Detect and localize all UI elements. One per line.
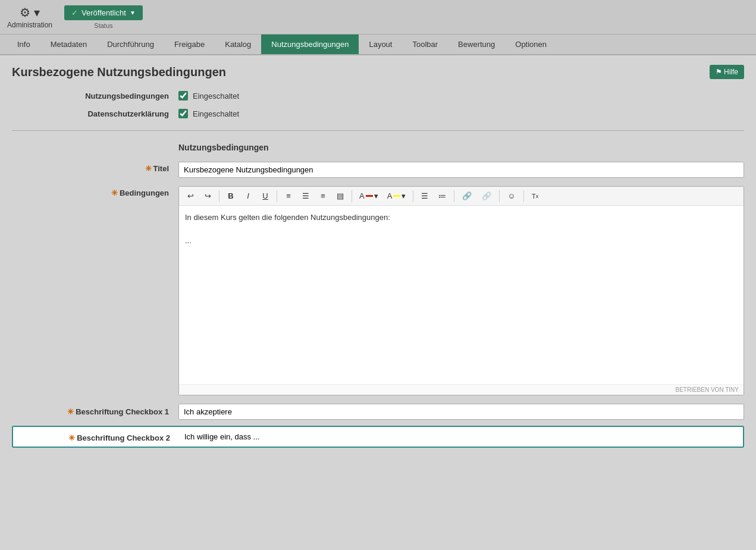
status-section: ✓ Veröffentlicht ▼ Status xyxy=(64,5,143,29)
datenschutz-checkbox-row: Eingeschaltet xyxy=(178,109,239,118)
datenschutz-checkbox-label: Eingeschaltet xyxy=(193,109,239,118)
editor-wrapper: ↩ ↪ B I U ≡ ☰ ≡ ▤ A ▾ xyxy=(178,186,744,395)
font-color-button[interactable]: A ▾ xyxy=(356,189,382,203)
section-divider xyxy=(12,130,744,131)
status-checkmark: ✓ xyxy=(71,8,78,17)
tab-freigabe[interactable]: Freigabe xyxy=(164,34,215,54)
emoji-button[interactable]: ☺ xyxy=(503,189,519,203)
main-content: Kursbezogene Nutzungsbedingungen ⚑ Hilfe… xyxy=(0,55,756,463)
editor-content[interactable]: In diesem Kurs gelten die folgenden Nutz… xyxy=(179,206,744,384)
nutzungsbedingungen-checkbox-row: Eingeschaltet xyxy=(178,91,239,100)
required-star-cb1: ✳ xyxy=(67,407,74,416)
align-right-button[interactable]: ≡ xyxy=(315,189,331,203)
editor-line1: In diesem Kurs gelten die folgenden Nutz… xyxy=(185,212,738,224)
underline-button[interactable]: U xyxy=(258,189,273,203)
toolbar-sep-3 xyxy=(352,190,352,202)
toolbar-sep-6 xyxy=(499,190,500,202)
tab-bewertung[interactable]: Bewertung xyxy=(448,34,505,54)
undo-button[interactable]: ↩ xyxy=(183,189,198,203)
checkbox2-input[interactable] xyxy=(180,430,743,443)
tab-katalog[interactable]: Katalog xyxy=(215,34,261,54)
font-color-swatch xyxy=(366,195,373,197)
help-button[interactable]: ⚑ Hilfe xyxy=(710,65,744,79)
tabs-bar: Info Metadaten Durchführung Freigabe Kat… xyxy=(0,34,756,55)
datenschutz-row: Datenschutzerklärung Eingeschaltet xyxy=(12,109,744,118)
admin-section: ⚙ ▾ Administration xyxy=(7,5,52,29)
checkbox2-label: ✳ Beschriftung Checkbox 2 xyxy=(49,431,180,442)
page-title: Kursbezogene Nutzungsbedingungen xyxy=(12,65,226,79)
page-header: Kursbezogene Nutzungsbedingungen ⚑ Hilfe xyxy=(12,65,744,79)
datenschutz-checkbox[interactable] xyxy=(178,109,188,118)
clear-format-button[interactable]: Tx xyxy=(528,190,543,202)
sub-section-title: Nutzungsbedingungen xyxy=(12,143,744,152)
required-star-titel: ✳ xyxy=(145,164,152,173)
italic-button[interactable]: I xyxy=(240,189,256,203)
tab-layout[interactable]: Layout xyxy=(359,34,402,54)
nutzungsbedingungen-checkbox[interactable] xyxy=(178,91,188,100)
datenschutz-label: Datenschutzerklärung xyxy=(48,109,178,118)
status-button-label: Veröffentlicht xyxy=(81,8,126,17)
required-star-bedingungen: ✳ xyxy=(111,188,118,197)
align-center-button[interactable]: ☰ xyxy=(298,189,313,203)
tab-toolbar[interactable]: Toolbar xyxy=(402,34,448,54)
align-left-button[interactable]: ≡ xyxy=(281,189,296,203)
titel-input[interactable] xyxy=(178,162,744,178)
gear-icon: ⚙ ▾ xyxy=(20,5,40,20)
toolbar-sep-5 xyxy=(454,190,454,202)
bold-button[interactable]: B xyxy=(223,189,239,203)
bedingungen-label: ✳ Bedingungen xyxy=(48,186,178,197)
tab-metadaten[interactable]: Metadaten xyxy=(40,34,97,54)
tab-optionen[interactable]: Optionen xyxy=(505,34,557,54)
justify-button[interactable]: ▤ xyxy=(332,189,348,203)
toolbar-sep-2 xyxy=(277,190,277,202)
checkbox2-focused-row: ✳ Beschriftung Checkbox 2 xyxy=(12,426,744,448)
status-sublabel: Status xyxy=(94,22,112,29)
highlight-button[interactable]: A ▾ xyxy=(384,189,410,203)
tab-durchfuhrung[interactable]: Durchführung xyxy=(97,34,164,54)
nutzungsbedingungen-label: Nutzungsbedingungen xyxy=(48,92,178,100)
highlight-swatch xyxy=(393,195,400,197)
checkbox1-label: ✳ Beschriftung Checkbox 1 xyxy=(48,407,178,416)
unlink-button[interactable]: 🔗 xyxy=(478,189,495,203)
nutzungsbedingungen-row: Nutzungsbedingungen Eingeschaltet xyxy=(12,91,744,100)
titel-field-row: ✳ Titel xyxy=(12,162,744,178)
dropdown-arrow-icon: ▼ xyxy=(130,10,136,16)
numbered-list-button[interactable]: ≔ xyxy=(434,189,450,203)
toolbar-sep-4 xyxy=(413,190,413,202)
redo-button[interactable]: ↪ xyxy=(200,189,215,203)
editor-line2: ... xyxy=(185,235,738,247)
titel-label: ✳ Titel xyxy=(48,162,178,173)
status-button[interactable]: ✓ Veröffentlicht ▼ xyxy=(64,5,143,20)
bullet-list-button[interactable]: ☰ xyxy=(417,189,432,203)
toolbar-sep-1 xyxy=(219,190,219,202)
tab-nutzungsbedingungen[interactable]: Nutzungsbedingungen xyxy=(261,34,359,54)
bedingungen-field-row: ✳ Bedingungen ↩ ↪ B I U ≡ ☰ ≡ ▤ A xyxy=(12,186,744,395)
required-star-cb2: ✳ xyxy=(68,433,75,442)
link-button[interactable]: 🔗 xyxy=(458,189,476,203)
toolbar-sep-7 xyxy=(523,190,524,202)
nutzungsbedingungen-checkbox-label: Eingeschaltet xyxy=(193,92,239,100)
checkbox1-input[interactable] xyxy=(178,404,744,420)
checkbox1-row: ✳ Beschriftung Checkbox 1 xyxy=(12,404,744,420)
tab-info[interactable]: Info xyxy=(7,34,40,54)
admin-label: Administration xyxy=(7,21,52,29)
editor-toolbar: ↩ ↪ B I U ≡ ☰ ≡ ▤ A ▾ xyxy=(179,187,744,206)
editor-footer: BETRIEBEN VON TINY xyxy=(179,384,744,395)
top-bar: ⚙ ▾ Administration ✓ Veröffentlicht ▼ St… xyxy=(0,0,756,34)
